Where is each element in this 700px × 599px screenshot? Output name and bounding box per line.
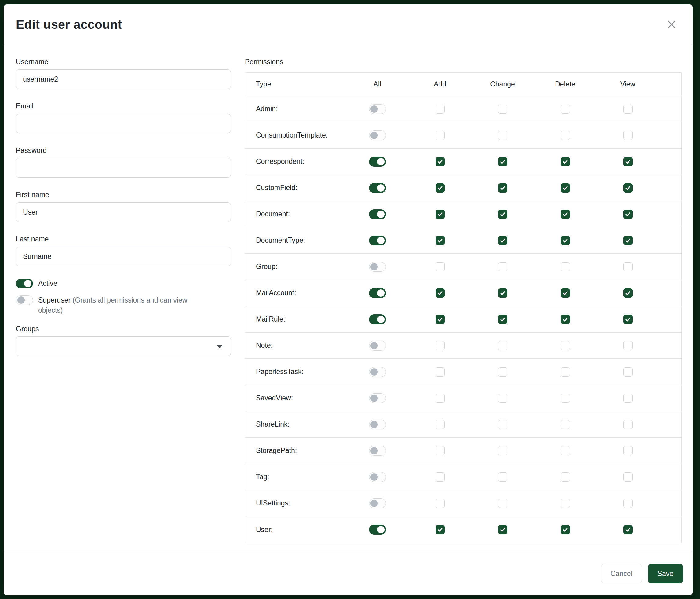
permission-all-toggle[interactable] — [369, 367, 386, 377]
permission-change-checkbox[interactable] — [498, 525, 507, 534]
permission-view-checkbox[interactable] — [623, 393, 632, 403]
permission-all-toggle[interactable] — [369, 525, 386, 534]
permission-add-checkbox[interactable] — [435, 210, 445, 219]
permission-change-checkbox[interactable] — [498, 157, 507, 166]
permission-change-checkbox[interactable] — [498, 288, 507, 298]
permission-change-checkbox[interactable] — [498, 131, 507, 140]
permission-add-checkbox[interactable] — [435, 157, 445, 166]
permission-all-toggle[interactable] — [369, 472, 386, 482]
permission-view-checkbox[interactable] — [623, 420, 632, 429]
permission-all-toggle[interactable] — [369, 420, 386, 429]
username-label: Username — [16, 56, 231, 67]
permission-add-checkbox[interactable] — [435, 420, 445, 429]
permission-add-checkbox[interactable] — [435, 288, 445, 298]
username-input[interactable] — [16, 69, 231, 89]
email-input[interactable] — [16, 114, 231, 133]
permission-add-checkbox[interactable] — [435, 473, 445, 482]
permission-delete-checkbox[interactable] — [561, 446, 570, 455]
permission-add-checkbox[interactable] — [435, 104, 445, 114]
permission-change-checkbox[interactable] — [498, 473, 507, 482]
permission-delete-checkbox[interactable] — [561, 157, 570, 166]
permission-view-checkbox[interactable] — [623, 288, 632, 298]
permission-delete-checkbox[interactable] — [561, 420, 570, 429]
permission-add-checkbox[interactable] — [435, 236, 445, 245]
permission-all-toggle[interactable] — [369, 183, 386, 193]
permission-add-checkbox[interactable] — [435, 525, 445, 534]
toggle-knob — [371, 263, 378, 270]
permission-delete-checkbox[interactable] — [561, 131, 570, 140]
permission-change-checkbox[interactable] — [498, 236, 507, 245]
superuser-toggle[interactable] — [16, 295, 33, 305]
permission-all-toggle[interactable] — [369, 262, 386, 272]
permission-delete-checkbox[interactable] — [561, 104, 570, 114]
permission-change-checkbox[interactable] — [498, 262, 507, 271]
permission-change-checkbox[interactable] — [498, 367, 507, 377]
permission-view-checkbox[interactable] — [623, 131, 632, 140]
permission-add-checkbox[interactable] — [435, 446, 445, 455]
first-name-input[interactable] — [16, 202, 231, 222]
permission-all-toggle[interactable] — [369, 130, 386, 140]
permission-delete-checkbox[interactable] — [561, 499, 570, 508]
permission-change-checkbox[interactable] — [498, 315, 507, 324]
check-icon — [625, 290, 631, 296]
password-input[interactable] — [16, 158, 231, 177]
permission-change-checkbox[interactable] — [498, 183, 507, 193]
active-toggle[interactable] — [16, 279, 33, 288]
save-button[interactable]: Save — [648, 564, 683, 583]
permission-delete-checkbox[interactable] — [561, 288, 570, 298]
permission-all-toggle[interactable] — [369, 288, 386, 298]
permission-view-checkbox[interactable] — [623, 262, 632, 271]
last-name-input[interactable] — [16, 247, 231, 266]
permission-view-checkbox[interactable] — [623, 157, 632, 166]
permission-view-checkbox[interactable] — [623, 183, 632, 193]
permission-all-toggle[interactable] — [369, 499, 386, 508]
permission-all-toggle[interactable] — [369, 341, 386, 351]
permission-add-checkbox[interactable] — [435, 499, 445, 508]
permission-view-checkbox[interactable] — [623, 499, 632, 508]
permission-add-checkbox[interactable] — [435, 131, 445, 140]
permission-add-checkbox[interactable] — [435, 183, 445, 193]
permission-view-checkbox[interactable] — [623, 315, 632, 324]
permission-delete-checkbox[interactable] — [561, 210, 570, 219]
permission-delete-checkbox[interactable] — [561, 262, 570, 271]
permission-all-toggle[interactable] — [369, 209, 386, 219]
permission-delete-checkbox[interactable] — [561, 183, 570, 193]
groups-select[interactable] — [16, 336, 231, 356]
permission-all-toggle[interactable] — [369, 314, 386, 324]
permission-view-checkbox[interactable] — [623, 236, 632, 245]
permission-delete-checkbox[interactable] — [561, 315, 570, 324]
permission-delete-checkbox[interactable] — [561, 393, 570, 403]
permission-delete-checkbox[interactable] — [561, 473, 570, 482]
permission-all-toggle[interactable] — [369, 393, 386, 403]
permission-change-checkbox[interactable] — [498, 499, 507, 508]
permission-change-checkbox[interactable] — [498, 420, 507, 429]
permission-delete-checkbox[interactable] — [561, 341, 570, 350]
permission-change-checkbox[interactable] — [498, 341, 507, 350]
cancel-button[interactable]: Cancel — [601, 564, 642, 583]
permission-change-checkbox[interactable] — [498, 446, 507, 455]
permission-add-checkbox[interactable] — [435, 393, 445, 403]
permission-change-checkbox[interactable] — [498, 393, 507, 403]
close-button[interactable] — [664, 17, 679, 32]
permission-view-checkbox[interactable] — [623, 104, 632, 114]
permission-all-toggle[interactable] — [369, 157, 386, 167]
permission-all-toggle[interactable] — [369, 236, 386, 245]
permission-view-checkbox[interactable] — [623, 367, 632, 377]
permission-add-checkbox[interactable] — [435, 262, 445, 271]
permission-all-toggle[interactable] — [369, 104, 386, 114]
check-icon — [500, 290, 506, 296]
permission-view-checkbox[interactable] — [623, 446, 632, 455]
permission-change-checkbox[interactable] — [498, 104, 507, 114]
permission-all-toggle[interactable] — [369, 446, 386, 456]
permission-view-checkbox[interactable] — [623, 210, 632, 219]
permission-delete-checkbox[interactable] — [561, 236, 570, 245]
permission-change-checkbox[interactable] — [498, 210, 507, 219]
permission-view-checkbox[interactable] — [623, 473, 632, 482]
permission-add-checkbox[interactable] — [435, 367, 445, 377]
permission-view-checkbox[interactable] — [623, 525, 632, 534]
permission-delete-checkbox[interactable] — [561, 525, 570, 534]
permission-add-checkbox[interactable] — [435, 315, 445, 324]
permission-delete-checkbox[interactable] — [561, 367, 570, 377]
permission-view-checkbox[interactable] — [623, 341, 632, 350]
permission-add-checkbox[interactable] — [435, 341, 445, 350]
